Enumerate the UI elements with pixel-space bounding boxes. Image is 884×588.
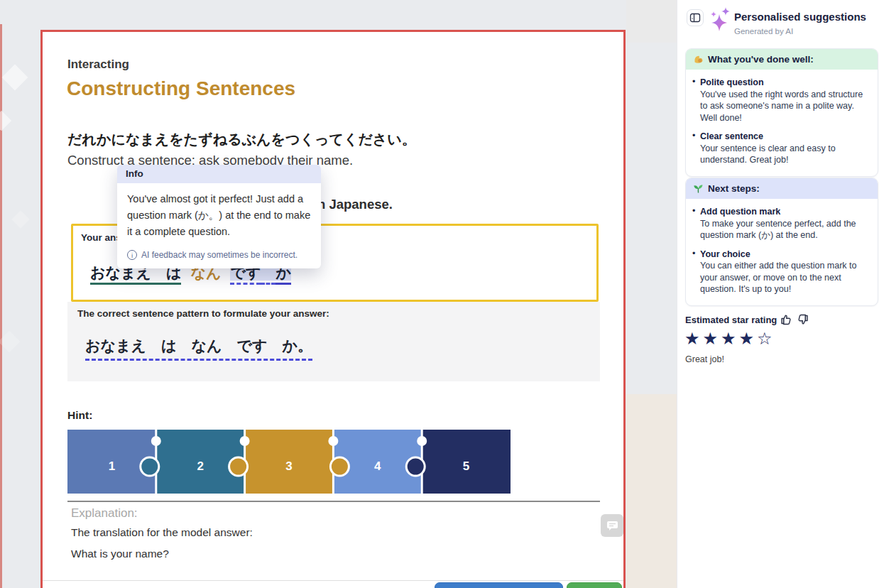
svg-text:5: 5 [463, 459, 469, 473]
background-pattern [0, 111, 11, 131]
background-pattern [11, 210, 29, 228]
background-pattern [2, 65, 28, 91]
tooltip-body: You've almost got it perfect! Just add a… [117, 183, 321, 244]
rating-label: Estimated star rating [685, 315, 777, 325]
bullet-title: Add question mark [700, 206, 871, 218]
prompt-japanese: だれかになまえをたずねるぶんをつくってください。 [67, 130, 416, 149]
page-title: Constructing Sentences [67, 77, 295, 100]
panel-subtitle: Generated by AI [734, 27, 793, 36]
divider [67, 501, 600, 502]
star-outline-icon: ☆ [757, 329, 775, 348]
tooltip-disclaimer: AI feedback may sometimes be incorrect. [141, 250, 298, 260]
muscle-emoji [693, 54, 704, 65]
tooltip-title: Info [117, 165, 321, 183]
explanation-heading: Explanation: [71, 506, 138, 521]
list-item: Clear sentence Your sentence is clear an… [690, 131, 871, 166]
pattern-section: The correct sentence pattern to formulat… [67, 302, 600, 381]
star-filled-icon: ★ [684, 329, 703, 348]
collapse-panel-button[interactable] [687, 9, 704, 26]
svg-text:1: 1 [109, 459, 115, 473]
panel-left-icon [689, 12, 701, 23]
hint-label: Hint: [67, 409, 92, 422]
bullet-body: Your sentence is clear and easy to under… [700, 143, 871, 166]
info-icon: i [127, 250, 137, 260]
bullet-title: Clear sentence [700, 131, 871, 143]
background-blur [626, 0, 677, 43]
bullet-body: You can either add the question mark to … [700, 260, 871, 295]
svg-text:2: 2 [197, 459, 203, 473]
thumbs-up-icon[interactable] [779, 312, 793, 327]
speech-bubble-icon [606, 519, 619, 533]
bullet-title: Polite question [700, 77, 871, 89]
suggestions-panel: Personalised suggestions Generated by AI… [677, 0, 884, 588]
ai-sparkle-icon [707, 4, 733, 37]
svg-text:3: 3 [285, 459, 292, 473]
done-well-heading: What you've done well: [708, 54, 814, 65]
list-item: Polite question You've used the right wo… [690, 77, 871, 124]
bullet-title: Your choice [700, 249, 871, 261]
instruction-fragment: n Japanese. [317, 197, 393, 212]
pattern-sentence: おなまえ は なん です か。 [85, 336, 312, 361]
footer-divider [43, 580, 623, 581]
background-blur [626, 394, 677, 588]
background-card-edge [0, 24, 2, 588]
background-pattern [0, 330, 21, 352]
star-row: ★★★★☆ [684, 329, 775, 349]
next-steps-card: Next steps: Add question mark To make yo… [685, 178, 878, 306]
list-item: Your choice You can either add the quest… [690, 249, 871, 295]
bullet-body: You've used the right words and structur… [700, 89, 871, 124]
star-filled-icon: ★ [739, 329, 758, 348]
svg-text:4: 4 [374, 459, 381, 473]
info-tooltip: Info You've almost got it perfect! Just … [117, 165, 321, 268]
explanation-line1: The translation for the model answer: [71, 526, 253, 539]
explanation-line2: What is your name? [71, 548, 169, 560]
next-steps-heading: Next steps: [708, 183, 760, 194]
comment-button[interactable] [601, 514, 623, 537]
secondary-action-button[interactable] [567, 582, 622, 588]
rating-caption: Great job! [685, 354, 724, 364]
seedling-emoji [693, 183, 704, 194]
puzzle-graphic: 12345 [67, 430, 511, 494]
bullet-body: To make your sentence perfect, add the q… [700, 218, 871, 241]
lesson-card: Interacting Constructing Sentences だれかにな… [40, 30, 626, 588]
section-kicker: Interacting [67, 58, 129, 72]
primary-action-button[interactable] [435, 582, 563, 588]
panel-title: Personalised suggestions [734, 11, 866, 23]
star-filled-icon: ★ [703, 329, 721, 348]
list-item: Add question mark To make your sentence … [690, 206, 871, 241]
pattern-label: The correct sentence pattern to formulat… [77, 308, 329, 319]
star-filled-icon: ★ [721, 329, 739, 348]
thumbs-down-icon[interactable] [796, 312, 810, 327]
done-well-card: What you've done well: Polite question Y… [685, 48, 878, 177]
